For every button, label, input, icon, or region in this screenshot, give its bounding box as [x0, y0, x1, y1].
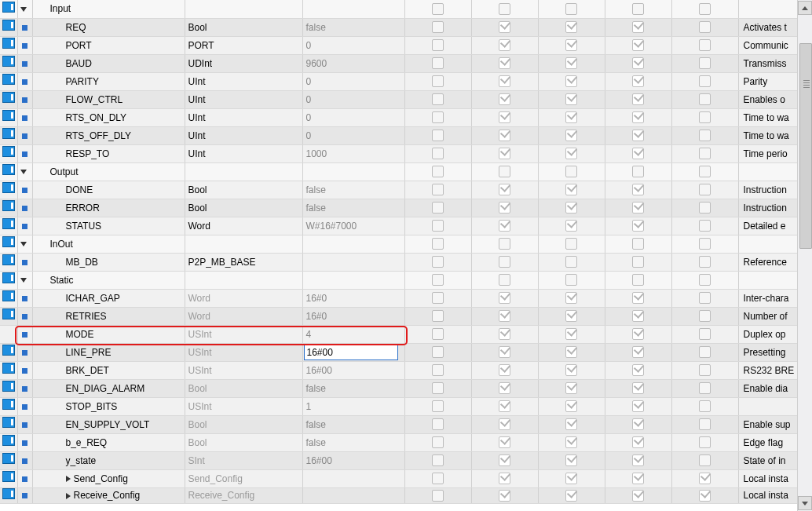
table-row[interactable]: EN_DIAG_ALARMBoolfalseEnable dia: [0, 379, 812, 397]
table-row[interactable]: LINE_PREUSIntPresetting: [0, 343, 812, 361]
checkbox[interactable]: [565, 57, 577, 69]
checkbox[interactable]: [699, 436, 711, 448]
checkbox[interactable]: [632, 166, 644, 177]
checkbox[interactable]: [699, 328, 711, 340]
value-cell[interactable]: 0: [302, 36, 404, 54]
expand-right-icon[interactable]: [66, 493, 71, 499]
checkbox[interactable]: [632, 400, 644, 412]
name-cell[interactable]: Static: [32, 271, 185, 289]
value-cell[interactable]: false: [302, 199, 404, 217]
checkbox[interactable]: [632, 75, 644, 87]
scroll-up-button[interactable]: [798, 1, 812, 15]
checkbox[interactable]: [499, 166, 510, 177]
scrollbar-thumb[interactable]: [799, 43, 812, 249]
checkbox[interactable]: [565, 436, 577, 448]
datatype-cell[interactable]: USInt: [185, 343, 302, 361]
table-row[interactable]: REQBoolfalseActivates t: [0, 18, 812, 36]
expand-down-icon[interactable]: [20, 170, 27, 174]
datatype-cell[interactable]: Word: [185, 307, 302, 325]
table-row[interactable]: RTS_OFF_DLYUInt0Time to wa: [0, 126, 812, 144]
checkbox[interactable]: [632, 238, 644, 250]
checkbox[interactable]: [432, 490, 444, 502]
checkbox[interactable]: [565, 166, 577, 177]
name-cell[interactable]: MB_DB: [32, 253, 185, 271]
checkbox[interactable]: [699, 238, 711, 250]
checkbox[interactable]: [632, 418, 644, 430]
value-cell[interactable]: false: [302, 379, 404, 397]
value-cell[interactable]: 0: [302, 72, 404, 90]
checkbox[interactable]: [699, 490, 711, 502]
checkbox[interactable]: [499, 238, 510, 250]
checkbox[interactable]: [565, 346, 577, 358]
checkbox[interactable]: [432, 202, 444, 214]
checkbox[interactable]: [432, 400, 444, 412]
checkbox[interactable]: [699, 220, 711, 232]
value-cell[interactable]: [302, 0, 404, 18]
value-cell[interactable]: false: [302, 181, 404, 199]
checkbox[interactable]: [632, 364, 644, 376]
checkbox[interactable]: [499, 220, 510, 232]
checkbox[interactable]: [565, 418, 577, 430]
table-row[interactable]: BRK_DETUSInt16#00RS232 BRE: [0, 361, 812, 379]
vertical-scrollbar[interactable]: [797, 0, 812, 511]
checkbox[interactable]: [565, 274, 577, 286]
checkbox[interactable]: [699, 364, 711, 376]
table-row[interactable]: b_e_REQBoolfalseEdge flag: [0, 433, 812, 451]
name-cell[interactable]: STOP_BITS: [32, 397, 185, 415]
table-row[interactable]: Input: [0, 0, 812, 18]
checkbox[interactable]: [632, 202, 644, 214]
name-cell[interactable]: STATUS: [32, 217, 185, 235]
checkbox[interactable]: [432, 238, 444, 250]
datatype-cell[interactable]: UInt: [185, 72, 302, 90]
checkbox[interactable]: [432, 111, 444, 123]
table-row[interactable]: PORTPORT0Communic: [0, 36, 812, 54]
name-cell[interactable]: b_e_REQ: [32, 433, 185, 451]
name-cell[interactable]: PORT: [32, 36, 185, 54]
table-row[interactable]: EN_SUPPLY_VOLTBoolfalseEnable sup: [0, 415, 812, 433]
datatype-cell[interactable]: UInt: [185, 90, 302, 108]
name-cell[interactable]: Send_Config: [32, 469, 185, 487]
checkbox[interactable]: [632, 328, 644, 340]
datatype-cell[interactable]: P2P_MB_BASE: [185, 253, 302, 271]
checkbox[interactable]: [699, 256, 711, 268]
name-cell[interactable]: MODE: [32, 325, 185, 343]
value-cell[interactable]: 0: [302, 108, 404, 126]
datatype-cell[interactable]: [185, 271, 302, 289]
checkbox[interactable]: [499, 111, 510, 123]
datatype-cell[interactable]: UInt: [185, 144, 302, 162]
checkbox[interactable]: [565, 256, 577, 268]
checkbox[interactable]: [565, 454, 577, 466]
checkbox[interactable]: [499, 490, 510, 502]
datatype-cell[interactable]: Bool: [185, 18, 302, 36]
checkbox[interactable]: [432, 57, 444, 69]
table-row[interactable]: BAUDUDInt9600Transmiss: [0, 54, 812, 72]
checkbox[interactable]: [499, 473, 510, 484]
checkbox[interactable]: [565, 292, 577, 304]
checkbox[interactable]: [699, 310, 711, 322]
checkbox[interactable]: [632, 292, 644, 304]
table-row[interactable]: RTS_ON_DLYUInt0Time to wa: [0, 108, 812, 126]
checkbox[interactable]: [565, 473, 577, 484]
table-row[interactable]: RETRIESWord16#0Number of: [0, 307, 812, 325]
name-cell[interactable]: FLOW_CTRL: [32, 90, 185, 108]
table-row[interactable]: y_stateSInt16#00State of in: [0, 451, 812, 469]
checkbox[interactable]: [499, 148, 510, 159]
scroll-down-button[interactable]: [798, 496, 812, 510]
value-cell[interactable]: 0: [302, 126, 404, 144]
checkbox[interactable]: [432, 166, 444, 177]
value-cell[interactable]: W#16#7000: [302, 217, 404, 235]
checkbox[interactable]: [432, 364, 444, 376]
checkbox[interactable]: [699, 111, 711, 123]
checkbox[interactable]: [432, 75, 444, 87]
checkbox[interactable]: [565, 220, 577, 232]
datatype-cell[interactable]: Word: [185, 217, 302, 235]
expand-down-icon[interactable]: [20, 278, 27, 283]
checkbox[interactable]: [499, 202, 510, 214]
checkbox[interactable]: [432, 436, 444, 448]
table-row[interactable]: Static: [0, 271, 812, 289]
value-cell[interactable]: false: [302, 433, 404, 451]
datatype-cell[interactable]: USInt: [185, 397, 302, 415]
checkbox[interactable]: [699, 382, 711, 394]
datatype-cell[interactable]: Bool: [185, 433, 302, 451]
checkbox[interactable]: [565, 238, 577, 250]
